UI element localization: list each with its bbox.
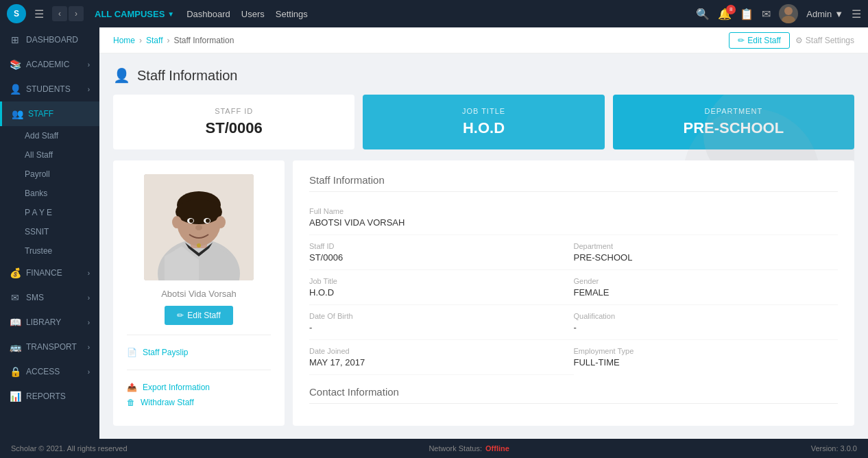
hamburger-icon[interactable]: ☰ (34, 8, 44, 21)
dashboard-icon: ⊞ (10, 34, 21, 45)
breadcrumb-actions: ✏ Edit Staff ⚙ Staff Settings (729, 32, 854, 49)
sidebar-item-finance[interactable]: 💰 FINANCE › (0, 261, 99, 285)
svg-point-0 (784, 7, 793, 15)
notification-icon[interactable]: 🔔 8 (718, 8, 732, 21)
network-label: Network Status: (429, 444, 482, 453)
sidebar-item-students[interactable]: 👤 STUDENTS › (0, 77, 99, 101)
app-logo: S (7, 4, 26, 23)
nav-arrows: ‹ › (52, 6, 84, 21)
svg-point-12 (172, 216, 182, 228)
transport-chevron: › (88, 344, 90, 351)
svg-point-1 (782, 16, 795, 23)
breadcrumb-home[interactable]: Home (113, 36, 135, 45)
divider2 (127, 370, 271, 370)
stat-cards: STAFF ID ST/0006 JOB TITLE H.O.D DEPARTM… (113, 95, 854, 149)
forward-arrow[interactable]: › (69, 6, 84, 21)
withdraw-staff-link[interactable]: 🗑 Withdraw Staff (127, 395, 271, 410)
page-header-icon: 👤 (113, 67, 130, 84)
topnav-more-icon[interactable]: ☰ (852, 8, 861, 21)
staff-settings-button[interactable]: ⚙ Staff Settings (795, 32, 854, 49)
job-title-info-label: Job Title (309, 277, 574, 285)
transport-icon: 🚌 (10, 341, 21, 352)
breadcrumb: Home › Staff › Staff Information (113, 36, 234, 45)
staff-id-label: STAFF ID (127, 107, 341, 115)
full-name-field: Full Name ABOTSI VIDA VORSAH (309, 200, 838, 235)
sidebar-item-transport[interactable]: 🚌 TRANSPORT › (0, 335, 99, 359)
nav-dashboard[interactable]: Dashboard (186, 9, 230, 19)
campus-dropdown-arrow: ▼ (167, 10, 174, 18)
department-field: Department PRE-SCHOOL (574, 235, 839, 270)
page-content: 👤 Staff Information STAFF ID ST/0006 JOB… (99, 53, 868, 426)
campus-selector[interactable]: ALL CAMPUSES ▼ (95, 9, 174, 19)
sidebar-item-academic[interactable]: 📚 ACADEMIC › (0, 52, 99, 77)
access-chevron: › (88, 368, 90, 376)
stat-card-job-title: JOB TITLE H.O.D (363, 95, 604, 149)
stat-card-department: DEPARTMENT PRE-SCHOOL (613, 95, 854, 149)
sidebar-item-paye[interactable]: P A Y E (0, 203, 99, 222)
network-status: Offline (485, 444, 509, 453)
full-name-label: Full Name (309, 207, 838, 215)
staff-photo (144, 174, 254, 280)
page-title: Staff Information (137, 68, 237, 84)
employment-field: Employment Type FULL-TIME (574, 340, 839, 375)
tasks-icon[interactable]: 📋 (740, 8, 754, 21)
search-icon[interactable]: 🔍 (696, 8, 710, 21)
staff-id-field: Staff ID ST/0006 (309, 235, 574, 270)
footer-version: Version: 3.0.0 (811, 444, 857, 453)
back-arrow[interactable]: ‹ (52, 6, 67, 21)
staff-id-value: ST/0006 (127, 119, 341, 137)
export-icon: 📤 (127, 383, 137, 392)
sidebar-item-add-staff[interactable]: Add Staff (0, 126, 99, 145)
export-info-link[interactable]: 📤 Export Information (127, 380, 271, 395)
messages-icon[interactable]: ✉ (762, 8, 771, 21)
employment-label: Employment Type (574, 347, 839, 355)
edit-staff-button[interactable]: ✏ Edit Staff (729, 32, 789, 49)
footer-copyright: Scholar © 2021. All rights reserved (11, 444, 128, 453)
sidebar-item-staff[interactable]: 👥 STAFF (0, 101, 99, 126)
department-label: DEPARTMENT (627, 107, 841, 115)
sms-icon: ✉ (10, 292, 21, 303)
sidebar-item-dashboard[interactable]: ⊞ DASHBOARD (0, 27, 99, 52)
main-content: Home › Staff › Staff Information ✏ Edit … (99, 27, 868, 458)
library-icon: 📖 (10, 317, 21, 328)
sms-chevron: › (88, 294, 90, 302)
finance-chevron: › (88, 269, 90, 277)
nav-settings[interactable]: Settings (276, 9, 308, 19)
library-chevron: › (88, 319, 90, 326)
dob-value: - (309, 322, 574, 333)
employment-value: FULL-TIME (574, 357, 839, 367)
breadcrumb-staff[interactable]: Staff (146, 36, 162, 45)
breadcrumb-bar: Home › Staff › Staff Information ✏ Edit … (99, 27, 868, 53)
job-title-value: H.O.D (376, 119, 590, 137)
nav-users[interactable]: Users (241, 9, 265, 19)
sidebar-item-all-staff[interactable]: All Staff (0, 145, 99, 165)
academic-chevron: › (88, 61, 90, 69)
user-menu[interactable]: Admin ▼ (806, 9, 843, 19)
qualification-label: Qualification (574, 312, 839, 320)
svg-point-11 (176, 200, 222, 224)
date-joined-label: Date Joined (309, 347, 574, 355)
user-avatar[interactable] (779, 4, 798, 23)
staff-payslip-link[interactable]: 📄 Staff Payslip (127, 345, 271, 360)
sidebar-item-library[interactable]: 📖 LIBRARY › (0, 310, 99, 335)
sidebar-item-access[interactable]: 🔒 ACCESS › (0, 359, 99, 384)
finance-icon: 💰 (10, 267, 21, 278)
sidebar-item-banks[interactable]: Banks (0, 184, 99, 203)
job-title-field: Job Title H.O.D (309, 270, 574, 305)
withdraw-icon: 🗑 (127, 398, 135, 407)
academic-icon: 📚 (10, 59, 21, 70)
main-layout: ⊞ DASHBOARD 📚 ACADEMIC › 👤 STUDENTS › 👥 … (0, 27, 868, 458)
edit-staff-card-button[interactable]: ✏ Edit Staff (165, 306, 232, 325)
sidebar-item-ssnit[interactable]: SSNIT (0, 222, 99, 241)
contact-info-section-title: Contact Information (309, 386, 838, 404)
gender-field: Gender FEMALE (574, 270, 839, 305)
sidebar-item-reports[interactable]: 📊 REPORTS (0, 384, 99, 409)
settings-icon: ⚙ (795, 36, 803, 45)
date-joined-field: Date Joined MAY 17, 2017 (309, 340, 574, 375)
sidebar-item-payroll[interactable]: Payroll (0, 165, 99, 184)
payslip-icon: 📄 (127, 348, 137, 357)
svg-point-13 (216, 216, 226, 228)
gender-label: Gender (574, 277, 839, 285)
sidebar-item-trustee[interactable]: Trustee (0, 241, 99, 261)
sidebar-item-sms[interactable]: ✉ SMS › (0, 285, 99, 310)
